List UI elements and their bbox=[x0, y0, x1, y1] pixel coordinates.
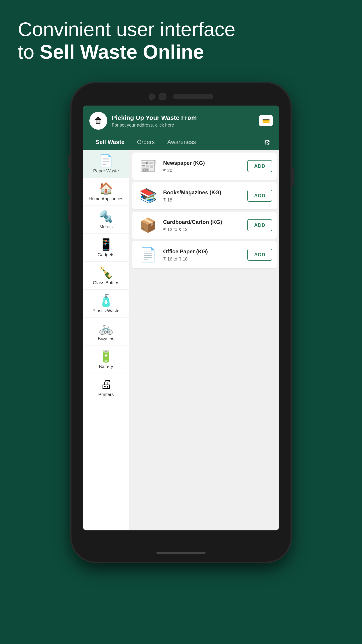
newspaper-price: ₹ 20 bbox=[163, 168, 243, 173]
sidebar-item-plastic-waste[interactable]: 🧴 Plastic Waste bbox=[83, 290, 129, 318]
wallet-button[interactable]: 💳 bbox=[259, 115, 273, 126]
books-price: ₹ 18 bbox=[163, 197, 243, 202]
phone-body: 🗑 Picking Up Your Waste From For set you… bbox=[71, 83, 291, 562]
sidebar-item-printers[interactable]: 🖨 Printers bbox=[83, 374, 129, 402]
gadgets-icon: 📱 bbox=[99, 238, 113, 250]
hero-line2-bold: Sell Waste Online bbox=[40, 41, 204, 63]
sidebar-item-battery[interactable]: 🔋 Battery bbox=[83, 346, 129, 374]
paper-waste-icon: 📄 bbox=[99, 155, 113, 166]
product-card-newspaper: 📰 Newspaper (KG) ₹ 20 ADD bbox=[132, 152, 277, 180]
phone-mockup: 🗑 Picking Up Your Waste From For set you… bbox=[67, 76, 295, 568]
plastic-waste-icon: 🧴 bbox=[99, 294, 113, 306]
sidebar-item-home-appliances[interactable]: 🏠 Home Appliances bbox=[83, 178, 129, 206]
books-name: Books/Magazines (KG) bbox=[163, 189, 243, 196]
cardboard-icon: 📦 bbox=[137, 215, 159, 235]
newspaper-icon: 📰 bbox=[137, 156, 159, 176]
books-info: Books/Magazines (KG) ₹ 18 bbox=[163, 189, 243, 202]
phone-screen: 🗑 Picking Up Your Waste From For set you… bbox=[83, 106, 279, 530]
office-paper-info: Office Paper (KG) ₹ 16 to ₹ 18 bbox=[163, 248, 243, 262]
tab-sell-waste[interactable]: Sell Waste bbox=[89, 136, 131, 149]
volume-down-button bbox=[68, 200, 71, 222]
sidebar-label-bicycles: Bicycles bbox=[98, 336, 114, 341]
product-card-books: 📚 Books/Magazines (KG) ₹ 18 ADD bbox=[132, 182, 277, 209]
phone-top-bar bbox=[71, 83, 291, 106]
phone-bottom bbox=[156, 544, 206, 562]
camera-area bbox=[149, 93, 213, 100]
speaker bbox=[173, 94, 213, 99]
sidebar-label-paper-waste: Paper Waste bbox=[93, 168, 119, 174]
sidebar-item-gadgets[interactable]: 📱 Gadgets bbox=[83, 234, 129, 262]
office-paper-icon: 📄 bbox=[137, 245, 159, 265]
product-card-office-paper: 📄 Office Paper (KG) ₹ 16 to ₹ 18 ADD bbox=[132, 241, 277, 268]
sidebar-label-plastic-waste: Plastic Waste bbox=[92, 308, 119, 313]
add-newspaper-button[interactable]: ADD bbox=[247, 160, 272, 172]
cardboard-price: ₹ 12 to ₹ 13 bbox=[163, 227, 243, 232]
sidebar-item-glass-bottles[interactable]: 🍾 Glass Bottles bbox=[83, 262, 129, 290]
product-card-cardboard: 📦 Cardboard/Carton (KG) ₹ 12 to ₹ 13 ADD bbox=[132, 212, 277, 239]
home-indicator bbox=[156, 552, 206, 554]
logo-icon: 🗑 bbox=[94, 116, 102, 126]
front-camera bbox=[149, 94, 155, 100]
sidebar-label-gadgets: Gadgets bbox=[98, 252, 115, 258]
hero-line2-prefix: to bbox=[18, 41, 40, 63]
app-logo[interactable]: 🗑 bbox=[89, 112, 107, 130]
hero-line1: Convinient user interface bbox=[18, 18, 344, 40]
office-paper-price: ₹ 16 to ₹ 18 bbox=[163, 256, 243, 262]
battery-icon: 🔋 bbox=[99, 350, 113, 362]
category-sidebar: 📄 Paper Waste 🏠 Home Appliances 🔩 Metals… bbox=[83, 150, 130, 530]
metals-icon: 🔩 bbox=[99, 211, 113, 222]
sidebar-label-home-appliances: Home Appliances bbox=[89, 196, 124, 202]
volume-up-button bbox=[68, 173, 71, 195]
sidebar-item-paper-waste[interactable]: 📄 Paper Waste bbox=[83, 150, 129, 178]
header-left: 🗑 Picking Up Your Waste From For set you… bbox=[89, 112, 197, 130]
cardboard-name: Cardboard/Carton (KG) bbox=[163, 218, 243, 226]
product-list: 📰 Newspaper (KG) ₹ 20 ADD 📚 Books/Magazi… bbox=[130, 150, 279, 530]
mute-button bbox=[68, 155, 71, 168]
newspaper-info: Newspaper (KG) ₹ 20 bbox=[163, 160, 243, 173]
tab-orders[interactable]: Orders bbox=[131, 136, 161, 149]
add-cardboard-button[interactable]: ADD bbox=[247, 219, 272, 231]
printers-icon: 🖨 bbox=[100, 378, 112, 390]
settings-gear-icon[interactable]: ⚙ bbox=[262, 135, 273, 150]
sidebar-label-printers: Printers bbox=[98, 392, 114, 397]
header-title-block: Picking Up Your Waste From For set your … bbox=[112, 114, 197, 128]
books-icon: 📚 bbox=[137, 186, 159, 206]
office-paper-name: Office Paper (KG) bbox=[163, 248, 243, 255]
camera-main bbox=[159, 93, 166, 100]
add-books-button[interactable]: ADD bbox=[247, 190, 272, 202]
sidebar-item-metals[interactable]: 🔩 Metals bbox=[83, 206, 129, 234]
hero-section: Convinient user interface to Sell Waste … bbox=[0, 0, 362, 76]
header-subtitle[interactable]: For set your address, click here bbox=[112, 122, 197, 128]
cardboard-info: Cardboard/Carton (KG) ₹ 12 to ₹ 13 bbox=[163, 218, 243, 232]
newspaper-name: Newspaper (KG) bbox=[163, 160, 243, 166]
home-appliances-icon: 🏠 bbox=[99, 183, 113, 194]
tab-awareness[interactable]: Awareness bbox=[161, 136, 202, 149]
glass-bottles-icon: 🍾 bbox=[99, 266, 113, 278]
hero-line2: to Sell Waste Online bbox=[18, 40, 344, 63]
sidebar-label-metals: Metals bbox=[99, 224, 113, 230]
app-body: 📄 Paper Waste 🏠 Home Appliances 🔩 Metals… bbox=[83, 150, 279, 530]
nav-tabs: Sell Waste Orders Awareness ⚙ bbox=[89, 135, 273, 150]
add-office-paper-button[interactable]: ADD bbox=[247, 249, 272, 261]
power-button bbox=[291, 168, 294, 186]
header-top: 🗑 Picking Up Your Waste From For set you… bbox=[89, 112, 273, 130]
app-header: 🗑 Picking Up Your Waste From For set you… bbox=[83, 106, 279, 150]
bicycles-icon: 🚲 bbox=[99, 322, 113, 334]
sidebar-item-bicycles[interactable]: 🚲 Bicycles bbox=[83, 318, 129, 346]
header-title: Picking Up Your Waste From bbox=[112, 114, 197, 122]
sidebar-label-battery: Battery bbox=[99, 364, 113, 369]
sidebar-label-glass-bottles: Glass Bottles bbox=[93, 280, 119, 285]
